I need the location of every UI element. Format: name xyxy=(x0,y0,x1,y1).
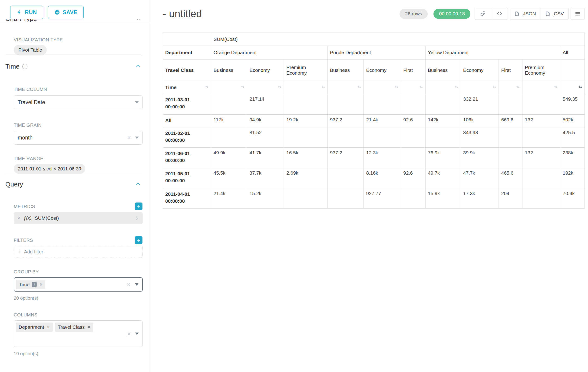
columns-select[interactable]: Department×Travel Class× × xyxy=(14,320,143,347)
group-by-select[interactable]: Timei× × xyxy=(14,277,143,292)
time-range-value[interactable]: 2011-01-01 ≤ col < 2011-06-30 xyxy=(14,164,85,174)
sort-icon[interactable] xyxy=(516,85,520,90)
explore-view: RUN SAVE Chart Type VISUALIZATION TYPE P… xyxy=(0,0,588,372)
chart-title[interactable]: - untitled xyxy=(163,8,202,20)
visualization-type-value[interactable]: Pivot Table xyxy=(14,45,47,55)
pivot-value-cell: 217.14 xyxy=(247,94,284,115)
select-tag[interactable]: Timei× xyxy=(16,280,45,289)
plus-circle-icon xyxy=(54,10,60,15)
pivot-column-header: First xyxy=(401,60,426,81)
add-filter-dropzone[interactable]: + Add filter xyxy=(14,246,143,258)
tag-remove-icon[interactable]: × xyxy=(47,324,50,330)
time-grain-select[interactable]: month × xyxy=(14,131,143,145)
link-icon xyxy=(480,11,485,16)
menu-button-group xyxy=(571,8,585,20)
sort-icon[interactable] xyxy=(240,85,245,90)
clear-icon[interactable]: × xyxy=(127,135,131,141)
pivot-sort-cell[interactable] xyxy=(461,81,499,94)
time-column-value: Travel Date xyxy=(18,99,45,106)
pivot-value-cell: 106k xyxy=(461,115,499,128)
pivot-row-label: All xyxy=(163,115,211,128)
time-column-label: TIME COLUMN xyxy=(14,86,142,92)
pivot-column-header: Business xyxy=(211,60,247,81)
pivot-sort-cell[interactable] xyxy=(211,81,247,94)
pivot-value-cell xyxy=(499,128,523,148)
chevron-up-icon[interactable] xyxy=(136,19,142,23)
pivot-value-cell: 2.69k xyxy=(284,168,328,188)
time-section-title: Time xyxy=(5,63,20,70)
chart-toolbar: 26 rows 00:00:00.18 xyxy=(399,8,585,20)
select-tag[interactable]: Travel Class× xyxy=(55,322,94,332)
add-metric-button[interactable]: + xyxy=(135,202,142,210)
pivot-row: 2011-04-01 00:00:0021.4k15.2k927.7715.9k… xyxy=(163,188,585,209)
export-json-button[interactable]: .JSON xyxy=(510,8,541,20)
pivot-column-group: Orange Department xyxy=(211,46,327,60)
pivot-value-cell xyxy=(523,168,560,188)
menu-icon xyxy=(575,11,581,17)
run-button-label: RUN xyxy=(25,9,37,16)
tag-remove-icon[interactable]: × xyxy=(88,324,91,330)
pivot-value-cell: 15.2k xyxy=(247,188,284,209)
pivot-value-cell: 425.5 xyxy=(560,128,585,148)
time-column-select[interactable]: Travel Date xyxy=(14,95,143,109)
metric-option[interactable]: × ƒ(x) SUM(Cost) xyxy=(14,212,143,224)
time-grain-value: month xyxy=(18,135,32,141)
query-section-header[interactable]: Query xyxy=(5,179,142,190)
group-by-tags: Timei× xyxy=(16,280,45,289)
chevron-right-icon[interactable] xyxy=(134,215,139,221)
pivot-sort-cell[interactable] xyxy=(284,81,328,94)
chevron-up-icon[interactable] xyxy=(135,181,141,188)
pivot-value-cell: 937.2 xyxy=(327,148,364,168)
pivot-row: All117k94.9k19.2k937.221.4k92.6142k106k6… xyxy=(163,115,585,128)
add-filter-button[interactable]: + xyxy=(135,236,142,244)
pivot-sort-cell[interactable] xyxy=(523,81,560,94)
clear-icon[interactable]: × xyxy=(127,331,131,337)
pivot-value-cell: 927.77 xyxy=(364,188,401,209)
pivot-value-cell: 238k xyxy=(560,148,585,168)
sort-icon[interactable] xyxy=(394,85,399,90)
filters-label: FILTERS xyxy=(14,237,33,243)
group-by-options-hint: 20 option(s) xyxy=(14,295,142,301)
pivot-sort-cell[interactable] xyxy=(401,81,426,94)
remove-metric-icon[interactable]: × xyxy=(17,215,20,221)
columns-label: COLUMNS xyxy=(14,312,142,318)
tag-remove-icon[interactable]: × xyxy=(40,282,42,287)
pivot-value-cell xyxy=(523,94,560,115)
copy-link-button[interactable] xyxy=(475,8,491,20)
pivot-sort-cell[interactable] xyxy=(560,81,585,94)
sort-icon[interactable] xyxy=(321,85,326,90)
sort-icon[interactable] xyxy=(357,85,362,90)
sort-icon[interactable] xyxy=(454,85,459,90)
pivot-sort-cell[interactable] xyxy=(499,81,523,94)
clear-icon[interactable]: × xyxy=(127,281,131,287)
sort-icon[interactable] xyxy=(205,85,209,90)
more-menu-button[interactable] xyxy=(571,8,585,20)
sort-icon[interactable] xyxy=(492,85,497,90)
pivot-value-cell xyxy=(327,168,364,188)
pivot-sort-cell[interactable] xyxy=(425,81,461,94)
sort-icon[interactable] xyxy=(578,85,583,90)
pivot-row-label: 2011-03-01 00:00:00 xyxy=(163,94,211,115)
sort-icon[interactable] xyxy=(277,85,282,90)
pivot-axis-time[interactable]: Time xyxy=(163,81,211,94)
sort-icon[interactable] xyxy=(419,85,423,90)
select-tag[interactable]: Department× xyxy=(16,322,53,332)
sort-icon[interactable] xyxy=(554,85,558,90)
pivot-axis-department: Department xyxy=(163,46,211,60)
group-by-label: GROUP BY xyxy=(14,269,142,275)
embed-code-button[interactable] xyxy=(491,8,508,20)
chart-type-title: Chart Type xyxy=(5,19,37,23)
pivot-sort-cell[interactable] xyxy=(364,81,401,94)
pivot-sort-cell[interactable] xyxy=(247,81,284,94)
pivot-sort-cell[interactable] xyxy=(327,81,364,94)
chart-panel: - untitled 26 rows 00:00:00.18 xyxy=(150,0,588,372)
pivot-value-cell: 117k xyxy=(211,115,247,128)
export-csv-button[interactable]: .CSV xyxy=(541,8,569,20)
columns-tags: Department×Travel Class× xyxy=(16,322,93,332)
chevron-up-icon[interactable] xyxy=(135,63,141,70)
time-grain-label: TIME GRAIN xyxy=(14,122,142,128)
pivot-value-cell xyxy=(401,148,426,168)
save-button[interactable]: SAVE xyxy=(48,6,84,19)
run-button[interactable]: RUN xyxy=(10,6,43,19)
time-section-header[interactable]: Time i xyxy=(5,61,142,72)
